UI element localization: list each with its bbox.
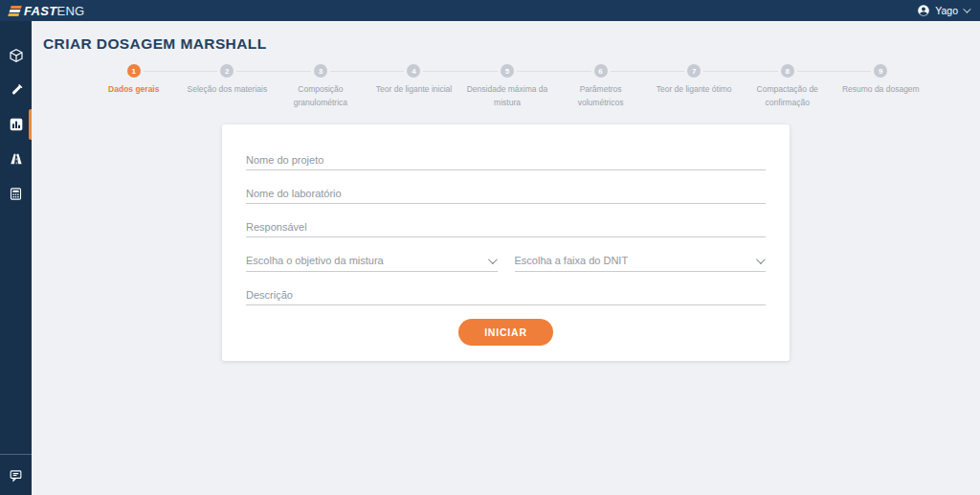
user-menu[interactable]: Yago: [917, 4, 969, 17]
stepper-step[interactable]: 2 Seleção dos materiais: [181, 64, 275, 109]
sidebar-item-road[interactable]: [0, 142, 32, 176]
dosage-form-card: Escolha o objetivo da mistura Escolha a …: [222, 124, 790, 361]
stepper-step[interactable]: 7 Teor de ligante ótimo: [647, 64, 741, 109]
main-content: CRIAR DOSAGEM MARSHALL 1 Dados gerais 2 …: [32, 21, 980, 495]
stepper-step[interactable]: 8 Compactação de confirmação: [741, 64, 835, 109]
test-tube-icon: [9, 82, 24, 98]
responsible-field: [246, 214, 766, 237]
road-icon: [9, 151, 24, 167]
step-number-badge: 8: [781, 64, 794, 78]
stepper-step[interactable]: 9 Resumo da dosagem: [835, 64, 928, 109]
sidebar-item-cube[interactable]: [0, 38, 32, 73]
fasteng-logo[interactable]: FASTENG: [10, 4, 85, 18]
calculator-icon: [9, 187, 23, 201]
stepper-step[interactable]: 6 Parâmetros volumétricos: [554, 64, 648, 109]
step-connector-right: [703, 71, 741, 72]
laboratory-name-field: [246, 181, 766, 204]
step-number-badge: 3: [314, 64, 327, 78]
step-connector-left: [647, 71, 684, 72]
account-circle-icon: [917, 4, 930, 17]
description-input[interactable]: [246, 282, 766, 305]
step-number-badge: 2: [220, 64, 234, 78]
step-label: Seleção dos materiais: [188, 83, 268, 97]
step-connector-left: [460, 71, 498, 72]
step-number-badge: 9: [874, 64, 887, 78]
laboratory-name-input[interactable]: [246, 181, 766, 204]
user-name: Yago: [935, 5, 958, 16]
dnit-band-select[interactable]: Escolha a faixa do DNIT: [515, 248, 767, 272]
step-connector-right: [236, 71, 274, 72]
step-label: Dados gerais: [108, 83, 159, 97]
sidebar: [0, 21, 32, 495]
step-connector-left: [181, 71, 218, 72]
step-label: Densidade máxima da mistura: [466, 83, 548, 109]
sidebar-item-chat[interactable]: [0, 461, 32, 489]
stepper-step[interactable]: 4 Teor de ligante inicial: [368, 64, 461, 109]
step-connector-right: [330, 71, 368, 72]
cube-icon: [9, 48, 24, 63]
start-button[interactable]: INICIAR: [458, 319, 553, 346]
stepper-step[interactable]: 1 Dados gerais: [87, 64, 181, 109]
sidebar-item-calculator[interactable]: [0, 176, 32, 211]
chat-icon: [9, 468, 23, 483]
sidebar-footer: [0, 454, 32, 495]
step-connector-left: [741, 71, 778, 72]
description-field: [246, 282, 766, 305]
step-connector-right: [144, 71, 181, 72]
step-connector-right: [797, 71, 835, 72]
project-name-field: [246, 147, 766, 170]
step-connector-left: [835, 71, 872, 72]
logo-bars-icon: [8, 6, 22, 16]
step-label: Resumo da dosagem: [842, 83, 920, 97]
project-name-input[interactable]: [246, 147, 766, 170]
step-connector-left: [368, 71, 405, 72]
step-number-badge: 5: [501, 64, 514, 78]
bar-chart-icon: [9, 117, 24, 132]
step-connector-right: [611, 71, 648, 72]
step-number-badge: 7: [687, 64, 701, 78]
sidebar-item-bar-chart[interactable]: [0, 107, 32, 142]
step-number-badge: 4: [407, 64, 420, 78]
dnit-band-placeholder: Escolha a faixa do DNIT: [515, 255, 629, 266]
step-label: Composição granulométrica: [279, 83, 362, 109]
mixture-objective-placeholder: Escolha o objetivo da mistura: [246, 255, 384, 266]
sidebar-divider: [0, 454, 32, 455]
step-label: Teor de ligante inicial: [376, 83, 452, 97]
logo-text: FASTENG: [24, 4, 85, 18]
sidebar-item-test-tube[interactable]: [0, 73, 32, 107]
responsible-input[interactable]: [246, 214, 766, 237]
page-title: CRIAR DOSAGEM MARSHALL: [32, 21, 980, 53]
step-label: Compactação de confirmação: [746, 83, 829, 109]
chevron-down-icon: [963, 5, 970, 12]
topbar: FASTENG Yago: [0, 0, 980, 21]
step-number-badge: 1: [127, 64, 141, 78]
step-label: Teor de ligante ótimo: [657, 83, 732, 97]
step-connector-left: [274, 71, 311, 72]
chevron-down-icon: [756, 255, 766, 264]
step-label: Parâmetros volumétricos: [560, 83, 642, 109]
step-connector-right: [517, 71, 554, 72]
step-connector-right: [423, 71, 460, 72]
stepper-step[interactable]: 5 Densidade máxima da mistura: [460, 64, 554, 109]
step-connector-left: [554, 71, 591, 72]
stepper: 1 Dados gerais 2 Seleção dos materiais 3…: [87, 64, 927, 109]
mixture-objective-select[interactable]: Escolha o objetivo da mistura: [246, 248, 498, 272]
step-number-badge: 6: [594, 64, 608, 78]
chevron-down-icon: [487, 255, 497, 264]
stepper-step[interactable]: 3 Composição granulométrica: [274, 64, 368, 109]
